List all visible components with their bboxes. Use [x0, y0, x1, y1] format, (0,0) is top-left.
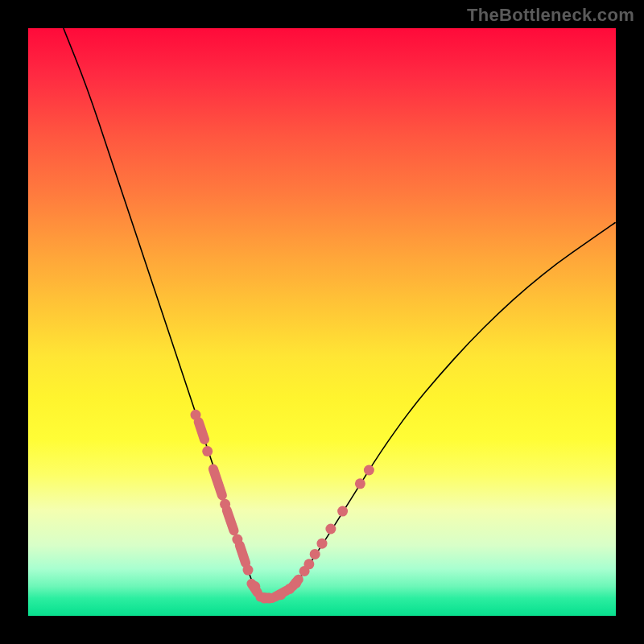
- marker-dot: [220, 499, 230, 510]
- marker-dot: [337, 506, 348, 517]
- marker-dot: [202, 446, 213, 456]
- marker-dot: [355, 478, 365, 489]
- plot-area: [28, 28, 616, 616]
- marker-segment: [213, 469, 222, 496]
- marker-dot: [275, 589, 286, 600]
- marker-segment: [240, 545, 246, 563]
- chart-stage: TheBottleneck.com: [0, 0, 644, 644]
- marker-dot: [232, 535, 242, 545]
- watermark-text: TheBottleneck.com: [467, 5, 634, 26]
- marker-dot: [364, 465, 374, 476]
- marker-dot: [191, 410, 201, 420]
- marker-dot: [303, 559, 314, 569]
- marker-dot: [317, 539, 328, 549]
- marker-dot: [291, 578, 301, 588]
- marker-dot: [243, 565, 254, 576]
- chart-svg: [28, 28, 616, 616]
- marker-dot: [310, 549, 320, 559]
- marker-dot: [264, 593, 275, 604]
- marker-segment: [227, 510, 234, 531]
- marker-dot: [250, 581, 260, 592]
- marker-segment: [199, 422, 204, 440]
- marker-dot: [325, 524, 336, 535]
